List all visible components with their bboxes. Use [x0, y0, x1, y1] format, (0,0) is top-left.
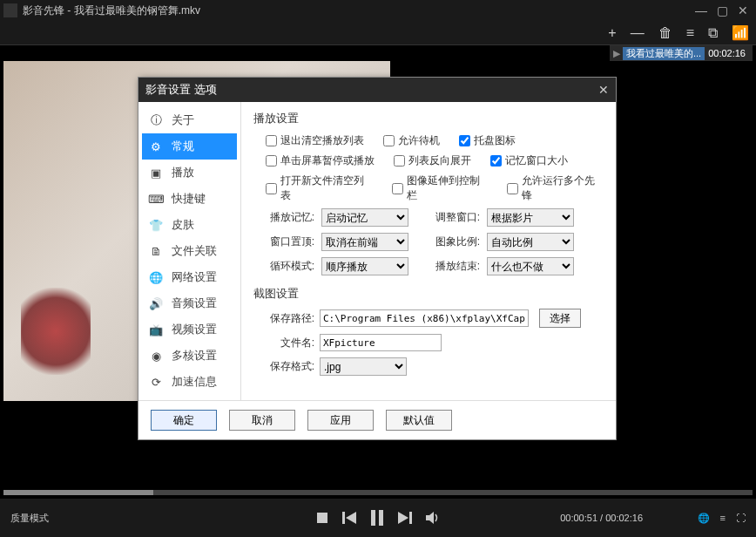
dialog-title-text: 影音设置 选项: [145, 82, 217, 98]
delete-icon[interactable]: 🗑: [655, 25, 676, 41]
settings-sidebar: ⓘ关于 ⚙常规 ▣播放 ⌨快捷键 👕皮肤 🗎文件关联 🌐网络设置 🔊音频设置 📺…: [138, 102, 241, 400]
adjust-select[interactable]: 根据影片: [487, 208, 574, 227]
dialog-close-button[interactable]: ✕: [598, 83, 609, 97]
sidebar-item-network[interactable]: 🌐网络设置: [142, 264, 237, 290]
window-icon[interactable]: ⧉: [705, 25, 721, 41]
sidebar-item-video[interactable]: 📺视频设置: [142, 316, 237, 343]
ontop-label: 窗口置顶:: [266, 235, 314, 249]
capture-section-title: 截图设置: [253, 286, 604, 302]
cancel-button[interactable]: 取消: [229, 410, 295, 431]
sidebar-item-playback[interactable]: ▣播放: [142, 160, 237, 186]
sidebar-item-file-assoc[interactable]: 🗎文件关联: [142, 238, 237, 264]
ok-button[interactable]: 确定: [151, 410, 217, 431]
pause-button[interactable]: [370, 510, 384, 526]
top-toolbar: + — 🗑 ≡ ⧉ 📶: [0, 21, 756, 45]
checkbox-click-pause[interactable]: 单击屏幕暂停或播放: [266, 153, 375, 168]
svg-marker-7: [426, 512, 434, 524]
sidebar-item-accel[interactable]: ⟳加速信息: [142, 369, 237, 395]
window-title: 影音先锋 - 我看过最唯美的钢管舞.mkv: [23, 3, 200, 18]
next-button[interactable]: [398, 510, 412, 526]
playback-section-title: 播放设置: [253, 111, 604, 126]
progress-fill: [3, 490, 153, 495]
sidebar-item-multicore[interactable]: ◉多核设置: [142, 343, 237, 369]
sidebar-item-about[interactable]: ⓘ关于: [142, 107, 237, 133]
minimize-button[interactable]: —: [692, 3, 711, 18]
add-icon[interactable]: +: [604, 25, 619, 41]
settings-dialog: 影音设置 选项 ✕ ⓘ关于 ⚙常规 ▣播放 ⌨快捷键 👕皮肤 🗎文件关联 🌐网络…: [138, 77, 617, 440]
globe-icon: 🌐: [147, 268, 165, 286]
volume-button[interactable]: [426, 510, 440, 526]
sidebar-item-hotkeys[interactable]: ⌨快捷键: [142, 186, 237, 212]
sidebar-item-audio[interactable]: 🔊音频设置: [142, 290, 237, 316]
dialog-titlebar: 影音设置 选项 ✕: [138, 78, 616, 102]
maximize-button[interactable]: ▢: [712, 3, 732, 18]
checkbox-remember-size[interactable]: 记忆窗口大小: [490, 153, 568, 168]
path-label: 保存路径:: [266, 311, 314, 326]
progress-bar[interactable]: [3, 490, 753, 495]
end-select[interactable]: 什么也不做: [487, 257, 574, 275]
shirt-icon: 👕: [147, 216, 165, 234]
file-icon: 🗎: [147, 242, 165, 260]
fullscreen-button[interactable]: ⛶: [736, 513, 746, 524]
playlist-item-name: 我看过最唯美的...: [623, 47, 705, 60]
adjust-label: 调整窗口:: [431, 210, 480, 225]
filename-input[interactable]: [320, 334, 442, 351]
stop-button[interactable]: [316, 510, 328, 526]
tv-icon: 📺: [147, 321, 165, 338]
svg-rect-4: [379, 510, 383, 526]
loop-select[interactable]: 顺序播放: [321, 257, 408, 275]
svg-rect-0: [317, 513, 327, 523]
dialog-footer: 确定 取消 应用 默认值: [138, 400, 616, 439]
app-icon: [3, 3, 17, 17]
signal-icon[interactable]: 📶: [728, 24, 753, 41]
format-select[interactable]: .jpg: [320, 357, 407, 376]
quality-mode[interactable]: 质量模式: [10, 512, 49, 525]
gear-icon: ⚙: [147, 138, 165, 155]
globe-button[interactable]: 🌐: [698, 513, 710, 524]
play-icon: ▣: [147, 164, 165, 181]
speaker-icon: 🔊: [147, 295, 165, 312]
cpu-icon: ◉: [147, 347, 165, 364]
prev-button[interactable]: [342, 510, 356, 526]
loop-label: 循环模式:: [266, 259, 314, 274]
checkbox-clear-on-exit[interactable]: 退出清空播放列表: [266, 133, 364, 148]
settings-panel: 播放设置 退出清空播放列表 允许待机 托盘图标 单击屏幕暂停或播放 列表反向展开…: [241, 102, 616, 400]
svg-rect-1: [342, 512, 345, 524]
checkbox-multi-instance[interactable]: 允许运行多个先锋: [507, 173, 604, 203]
time-display: 00:00:51 / 00:02:16: [560, 513, 643, 523]
save-path-input[interactable]: [320, 309, 529, 327]
list-icon[interactable]: ≡: [683, 25, 698, 41]
checkbox-tray-icon[interactable]: 托盘图标: [459, 133, 516, 148]
keyboard-icon: ⌨: [147, 190, 165, 207]
format-label: 保存格式:: [266, 359, 314, 374]
svg-marker-5: [398, 512, 408, 524]
checkbox-extend-image[interactable]: 图像延伸到控制栏: [392, 173, 489, 203]
svg-rect-6: [409, 512, 412, 524]
refresh-icon: ⟳: [147, 373, 165, 391]
info-icon: ⓘ: [147, 112, 165, 129]
sidebar-item-general[interactable]: ⚙常规: [142, 133, 237, 160]
default-button[interactable]: 默认值: [386, 410, 452, 431]
checkbox-allow-standby[interactable]: 允许待机: [383, 133, 440, 148]
filename-label: 文件名:: [266, 336, 314, 350]
close-button[interactable]: ✕: [733, 3, 753, 18]
svg-rect-3: [371, 510, 375, 526]
apply-button[interactable]: 应用: [307, 410, 374, 431]
memory-label: 播放记忆:: [266, 210, 314, 225]
ontop-select[interactable]: 取消在前端: [321, 233, 408, 251]
remove-icon[interactable]: —: [627, 25, 648, 41]
browse-button[interactable]: 选择: [539, 309, 581, 328]
sidebar-item-skin[interactable]: 👕皮肤: [142, 212, 237, 238]
ratio-label: 图象比例:: [431, 235, 480, 249]
playlist-item-duration: 00:02:16: [705, 48, 749, 58]
playlist-item[interactable]: ▶ 我看过最唯美的... 00:02:16: [610, 45, 753, 61]
checkbox-reverse-list[interactable]: 列表反向展开: [394, 153, 471, 168]
end-label: 播放结束:: [431, 259, 480, 274]
memory-select[interactable]: 启动记忆: [321, 208, 408, 227]
ratio-select[interactable]: 自动比例: [487, 233, 574, 251]
checkbox-clear-on-open[interactable]: 打开新文件清空列表: [266, 173, 373, 203]
play-indicator-icon: ▶: [613, 48, 620, 59]
list-button[interactable]: ≡: [720, 513, 726, 524]
svg-marker-2: [346, 512, 356, 524]
window-titlebar: 影音先锋 - 我看过最唯美的钢管舞.mkv — ▢ ✕: [0, 0, 756, 21]
